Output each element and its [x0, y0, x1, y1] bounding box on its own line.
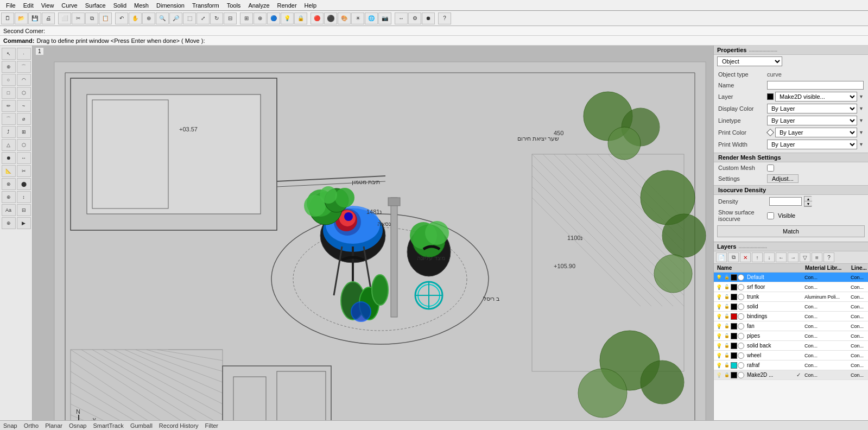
camera-button[interactable]: 📷 [378, 12, 391, 24]
menu-curve[interactable]: Curve [58, 1, 81, 10]
history-tool[interactable]: ⊕ [2, 217, 16, 229]
display-color-dropdown-arrow[interactable]: ▼ [859, 106, 864, 111]
menu-surface[interactable]: Surface [81, 1, 110, 10]
linetype-select[interactable]: By Layer Continuous [767, 116, 857, 125]
layer-row[interactable]: 💡 🔓 solid Con... Con... [714, 302, 868, 312]
zoom-in-button[interactable]: 🔍 [156, 12, 169, 24]
layer-color[interactable] [731, 333, 737, 339]
material-button[interactable]: 🔴 [311, 12, 324, 24]
history-status[interactable]: Record History [159, 422, 199, 429]
polyline-tool[interactable]: ⊕ [2, 61, 16, 73]
layer-lock-icon[interactable]: 🔓 [723, 362, 730, 369]
trim-tool[interactable]: ✂ [17, 165, 31, 177]
dim-tool[interactable]: ↔ [17, 152, 31, 164]
layer-lock-icon[interactable]: 🔓 [723, 332, 730, 339]
surface-tool[interactable]: △ [2, 139, 16, 151]
layer-render-color[interactable] [738, 343, 744, 349]
layer-row[interactable]: 💡 🔓 fan Con... Con... [714, 321, 868, 331]
menu-view[interactable]: View [37, 1, 58, 10]
transform-tool[interactable]: 📐 [2, 165, 16, 177]
menu-solid[interactable]: Solid [110, 1, 130, 10]
object-type-select[interactable]: Object Surface Polysurface Mesh [717, 56, 782, 66]
layer-color[interactable] [731, 323, 737, 330]
layer-render-color[interactable] [738, 313, 744, 320]
pan-button[interactable]: ✋ [129, 12, 142, 24]
select-tool[interactable]: ↖ [2, 48, 16, 60]
layer-lock-icon[interactable]: 🔓 [723, 293, 730, 300]
interp-tool[interactable]: ⌒ [2, 113, 16, 125]
layer-render-color[interactable] [738, 372, 744, 378]
hatch-tool[interactable]: ⊟ [17, 204, 31, 216]
custom-mesh-checkbox[interactable] [767, 165, 774, 172]
match-button[interactable]: Match [717, 225, 865, 237]
menu-mesh[interactable]: Mesh [130, 1, 153, 10]
render-ball-button[interactable]: ⚫ [324, 12, 337, 24]
layer-light-icon[interactable]: 💡 [715, 332, 723, 339]
layer-color[interactable] [731, 372, 737, 378]
new-layer-btn[interactable]: 📄 [716, 252, 727, 262]
layer-render-color[interactable] [738, 323, 744, 330]
mesh-tool[interactable]: ⏺ [2, 152, 16, 164]
layers-help-btn[interactable]: ? [823, 252, 834, 262]
move-down-btn[interactable]: ↓ [764, 252, 775, 262]
gumball-status[interactable]: Gumball [130, 422, 153, 429]
layers-menu-btn[interactable]: ≡ [812, 252, 822, 262]
show-surface-checkbox[interactable] [767, 212, 774, 219]
linetype-dropdown-arrow[interactable]: ▼ [859, 118, 864, 123]
display-color-select[interactable]: By Layer Custom [767, 104, 857, 113]
zoom-window-button[interactable]: ⬚ [183, 12, 196, 24]
planar-status[interactable]: Planar [45, 422, 62, 429]
density-input[interactable] [769, 197, 802, 206]
layer-lock-icon[interactable]: 🔓 [723, 322, 730, 330]
print-color-dropdown-arrow[interactable]: ▼ [859, 130, 864, 135]
record-button[interactable]: ⏺ [422, 12, 435, 24]
curve-tool[interactable]: ⌒ [17, 61, 31, 73]
snap2-button[interactable]: ⊕ [254, 12, 267, 24]
point-tool[interactable]: · [17, 48, 31, 60]
layer-lock-icon[interactable]: 🔓 [723, 352, 730, 359]
layer-row[interactable]: 💡 🔓 wheel Con... Con... [714, 351, 868, 361]
filter-status[interactable]: Filter [205, 422, 218, 429]
move-up-btn[interactable]: ↑ [752, 252, 763, 262]
print-width-dropdown-arrow[interactable]: ▼ [859, 142, 864, 147]
layer-color[interactable] [731, 284, 737, 290]
layer-lock-icon[interactable]: 🔓 [723, 303, 730, 310]
layer-color[interactable] [731, 274, 737, 281]
text-tool[interactable]: Aa [2, 204, 16, 216]
layer-color[interactable] [731, 343, 737, 349]
layer-render-color[interactable] [738, 274, 744, 281]
menu-file[interactable]: File [2, 1, 20, 10]
annotate-tool[interactable]: ↕ [17, 191, 31, 203]
move-right-btn[interactable]: → [788, 252, 799, 262]
rect-tool[interactable]: □ [2, 87, 16, 99]
layer-row[interactable]: 💡 🔒 Make2D ... ✓ Con... Con... [714, 370, 868, 380]
print-button[interactable]: 🖨 [42, 12, 55, 24]
layer-light-icon[interactable]: 💡 [715, 362, 723, 369]
layer-color[interactable] [731, 352, 737, 359]
arc-tool[interactable]: ◠ [17, 74, 31, 86]
blend-tool[interactable]: ⤴ [2, 126, 16, 138]
lock-button[interactable]: 🔒 [294, 12, 307, 24]
new-button[interactable]: 🗒 [1, 12, 14, 24]
viewport-tab[interactable]: 1 [36, 48, 43, 55]
offset-tool[interactable]: ⊞ [17, 126, 31, 138]
layer-light-icon[interactable]: 💡 [715, 293, 723, 300]
pt-edit-tool[interactable]: ⬤ [17, 178, 31, 190]
layer-lock-icon[interactable]: 🔓 [723, 313, 730, 320]
circle-tool[interactable]: ○ [2, 74, 16, 86]
help-button[interactable]: ? [438, 12, 451, 24]
osnap-status[interactable]: Osnap [69, 422, 86, 429]
layer-render-color[interactable] [738, 352, 744, 359]
new-sublayer-btn[interactable]: ⧉ [728, 252, 739, 262]
layer-light-icon[interactable]: 💡 [715, 352, 723, 359]
layer-lock-icon[interactable]: 🔓 [723, 274, 730, 281]
layer-row[interactable]: 💡 🔓 trunk Aluminum Poli... Con... [714, 292, 868, 302]
layer-light-icon[interactable]: 💡 [715, 303, 723, 310]
smarttrack-status[interactable]: SmartTrack [93, 422, 123, 429]
menu-help[interactable]: Help [301, 1, 321, 10]
print-color-select[interactable]: By Layer Custom [775, 128, 857, 137]
layer-light-icon[interactable]: 💡 [715, 283, 723, 290]
layer-row[interactable]: 💡 🔓 pipes Con... Con... [714, 331, 868, 341]
menu-transform[interactable]: Transform [188, 1, 223, 10]
undo-button[interactable]: ↶ [115, 12, 128, 24]
